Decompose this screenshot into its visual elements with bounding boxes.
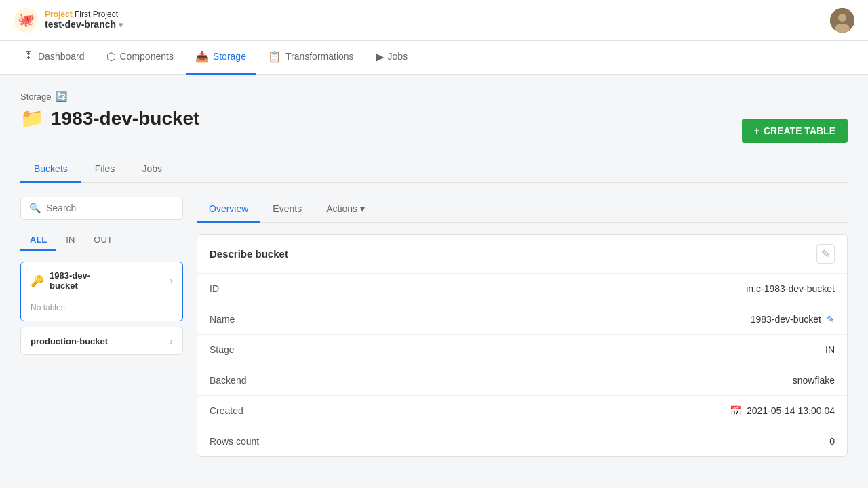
topbar-left: 🐙 Project First Project test-dev-branch … bbox=[14, 8, 123, 33]
right-tab-overview[interactable]: Overview bbox=[197, 197, 260, 223]
bucket-header-left: 🔑 1983-dev-bucket bbox=[31, 270, 90, 291]
main-nav: 🎛 Dashboard ⬡ Components 📥 Storage 📋 Tra… bbox=[0, 41, 868, 75]
refresh-icon[interactable]: 🔄 bbox=[56, 91, 67, 102]
title-area: Storage 🔄 📁 1983-dev-bucket bbox=[20, 91, 199, 143]
tab-buckets[interactable]: Buckets bbox=[20, 157, 81, 183]
detail-row-id: ID in.c-1983-dev-bucket bbox=[197, 274, 847, 304]
breadcrumb: Storage 🔄 bbox=[20, 91, 199, 102]
field-value-created: 📅 2021-05-14 13:00:04 bbox=[730, 405, 835, 416]
tab-jobs[interactable]: Jobs bbox=[128, 157, 176, 183]
folder-icon: 📁 bbox=[20, 107, 44, 129]
bucket-header-1983[interactable]: 🔑 1983-dev-bucket › bbox=[21, 262, 182, 299]
name-value-text: 1983-dev-bucket bbox=[751, 314, 821, 325]
calendar-icon: 📅 bbox=[730, 405, 741, 416]
field-label-name: Name bbox=[210, 314, 235, 325]
logo: 🐙 bbox=[14, 8, 38, 33]
bucket-icon: 🔑 bbox=[31, 274, 44, 287]
field-label-stage: Stage bbox=[210, 344, 235, 355]
field-label-created: Created bbox=[210, 405, 243, 416]
storage-icon: 📥 bbox=[195, 50, 209, 63]
nav-label-components: Components bbox=[120, 51, 174, 62]
nav-label-transformations: Transformations bbox=[285, 51, 354, 62]
right-tab-actions[interactable]: Actions ▾ bbox=[314, 197, 377, 223]
filter-tab-out[interactable]: OUT bbox=[84, 230, 121, 251]
bucket-name-production: production-bucket bbox=[31, 336, 108, 346]
project-label: Project First Project bbox=[45, 9, 123, 19]
nav-item-jobs[interactable]: ▶ Jobs bbox=[366, 41, 418, 75]
page-title: 1983-dev-bucket bbox=[51, 108, 199, 129]
project-name: First Project bbox=[75, 9, 118, 19]
nav-label-storage: Storage bbox=[213, 51, 246, 62]
left-panel: 🔍 ALL IN OUT 🔑 1983-dev-bucket › No tabl… bbox=[20, 197, 183, 457]
right-tab-events[interactable]: Events bbox=[260, 197, 314, 223]
field-label-rows: Rows count bbox=[210, 436, 259, 447]
bucket-empty-msg: No tables. bbox=[21, 299, 182, 321]
right-panel: Overview Events Actions ▾ Describe bucke… bbox=[197, 197, 848, 457]
field-value-rows: 0 bbox=[829, 436, 835, 447]
field-value-stage: IN bbox=[825, 344, 835, 355]
page-content: Storage 🔄 📁 1983-dev-bucket + CREATE TAB… bbox=[0, 75, 868, 473]
chevron-right-icon: › bbox=[170, 275, 173, 286]
edit-icon[interactable]: ✎ bbox=[816, 244, 835, 264]
chevron-down-icon: ▾ bbox=[119, 20, 123, 30]
project-word: Project bbox=[45, 9, 73, 19]
nav-item-storage[interactable]: 📥 Storage bbox=[186, 41, 256, 75]
detail-row-created: Created 📅 2021-05-14 13:00:04 bbox=[197, 396, 847, 426]
jobs-icon: ▶ bbox=[376, 50, 384, 63]
nav-item-components[interactable]: ⬡ Components bbox=[97, 41, 183, 75]
filter-tab-all[interactable]: ALL bbox=[20, 230, 56, 251]
branch-selector[interactable]: test-dev-branch ▾ bbox=[45, 19, 123, 30]
breadcrumb-storage[interactable]: Storage bbox=[20, 92, 52, 102]
nav-label-jobs: Jobs bbox=[388, 51, 408, 62]
dashboard-icon: 🎛 bbox=[23, 50, 34, 62]
field-label-id: ID bbox=[210, 283, 219, 294]
actions-dropdown-icon: ▾ bbox=[360, 203, 365, 214]
branch-name: test-dev-branch bbox=[45, 19, 116, 30]
field-value-backend: snowflake bbox=[793, 375, 835, 386]
bucket-name-1983: 1983-dev-bucket bbox=[50, 270, 90, 291]
storage-tabs: Buckets Files Jobs bbox=[20, 157, 848, 183]
detail-row-name: Name 1983-dev-bucket ✎ bbox=[197, 304, 847, 335]
filter-tab-in[interactable]: IN bbox=[56, 230, 84, 251]
nav-label-dashboard: Dashboard bbox=[38, 51, 85, 62]
chevron-right-icon-prod: › bbox=[170, 336, 173, 346]
field-value-name: 1983-dev-bucket ✎ bbox=[751, 314, 835, 325]
transformations-icon: 📋 bbox=[268, 50, 281, 63]
topbar: 🐙 Project First Project test-dev-branch … bbox=[0, 0, 868, 41]
create-table-label: CREATE TABLE bbox=[764, 125, 835, 136]
main-layout: 🔍 ALL IN OUT 🔑 1983-dev-bucket › No tabl… bbox=[20, 197, 848, 457]
field-value-id: in.c-1983-dev-bucket bbox=[746, 283, 835, 294]
actions-label: Actions bbox=[326, 203, 357, 214]
detail-row-stage: Stage IN bbox=[197, 335, 847, 365]
search-box: 🔍 bbox=[20, 197, 183, 220]
detail-row-rows: Rows count 0 bbox=[197, 426, 847, 456]
components-icon: ⬡ bbox=[106, 50, 116, 63]
page-title-row: 📁 1983-dev-bucket bbox=[20, 107, 199, 129]
bucket-item-production: production-bucket › bbox=[20, 327, 183, 355]
overview-panel: Describe bucket ✎ ID in.c-1983-dev-bucke… bbox=[197, 234, 848, 457]
bucket-header-production[interactable]: production-bucket › bbox=[21, 327, 182, 354]
field-label-backend: Backend bbox=[210, 375, 246, 386]
bucket-header-left-prod: production-bucket bbox=[31, 336, 108, 346]
create-table-button[interactable]: + CREATE TABLE bbox=[742, 119, 848, 143]
overview-title: Describe bucket bbox=[210, 248, 288, 260]
nav-item-transformations[interactable]: 📋 Transformations bbox=[258, 41, 363, 75]
created-value-text: 2021-05-14 13:00:04 bbox=[747, 405, 835, 416]
plus-icon: + bbox=[754, 125, 760, 136]
filter-tabs: ALL IN OUT bbox=[20, 230, 183, 251]
search-input[interactable] bbox=[46, 203, 174, 214]
svg-point-3 bbox=[838, 14, 846, 22]
search-icon: 🔍 bbox=[29, 203, 41, 214]
project-info: Project First Project test-dev-branch ▾ bbox=[45, 9, 123, 30]
avatar[interactable] bbox=[830, 8, 854, 33]
bucket-item-1983: 🔑 1983-dev-bucket › No tables. bbox=[20, 262, 183, 321]
detail-row-backend: Backend snowflake bbox=[197, 365, 847, 396]
svg-text:🐙: 🐙 bbox=[18, 12, 35, 28]
edit-name-icon[interactable]: ✎ bbox=[827, 314, 835, 325]
tab-files[interactable]: Files bbox=[81, 157, 129, 183]
overview-header: Describe bucket ✎ bbox=[197, 235, 847, 274]
right-tabs: Overview Events Actions ▾ bbox=[197, 197, 848, 223]
page-header: Storage 🔄 📁 1983-dev-bucket + CREATE TAB… bbox=[20, 91, 848, 143]
nav-item-dashboard[interactable]: 🎛 Dashboard bbox=[14, 41, 94, 75]
